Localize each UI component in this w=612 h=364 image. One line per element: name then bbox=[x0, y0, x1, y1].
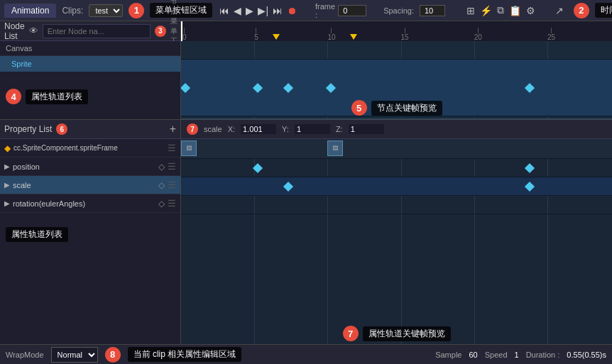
diamond-marker-24 bbox=[525, 82, 535, 92]
ruler-tick-25: 25 bbox=[547, 28, 555, 41]
eye-icon[interactable]: 👁 bbox=[29, 26, 38, 36]
prop-item-spriteframe[interactable]: ◆ cc.SpriteComponent.spriteFrame ☰ bbox=[0, 139, 180, 158]
sample-value: 60 bbox=[469, 351, 477, 359]
right-panel: 0 5 10 15 20 25 bbox=[181, 21, 612, 344]
copy-icon[interactable]: ⧉ bbox=[496, 3, 506, 18]
arrow-icon-position: ▶ bbox=[4, 162, 10, 170]
add-property-icon[interactable]: + bbox=[170, 123, 176, 136]
animation-tab[interactable]: Animation bbox=[4, 4, 56, 18]
node-search-input[interactable] bbox=[43, 24, 151, 38]
scale-val-label: scale bbox=[204, 125, 222, 133]
diamond-empty-scale: ◇ bbox=[158, 180, 165, 190]
ruler-bg: 0 5 10 15 20 25 bbox=[181, 21, 612, 41]
node-group-canvas: Canvas bbox=[0, 41, 180, 56]
step-back-button[interactable]: ◀ bbox=[232, 5, 243, 16]
timeline-ruler-header: 0 5 10 15 20 25 bbox=[181, 21, 612, 41]
ruler-tick-10: 10 bbox=[327, 28, 335, 41]
grid-icon[interactable]: ⊞ bbox=[465, 4, 476, 18]
timeline-ruler: 0 5 10 15 20 25 bbox=[181, 21, 612, 41]
property-list-header: Property List 6 + bbox=[0, 119, 180, 139]
prop-lines-position: ☰ bbox=[168, 161, 176, 172]
prop-name-scale: scale bbox=[13, 181, 155, 189]
prop-lines-icon: ☰ bbox=[168, 143, 176, 153]
right-icons: ⊞ ⚡ ⧉ 📋 ⚙ bbox=[465, 3, 537, 18]
prop-item-scale[interactable]: ▶ scale ◇ ☰ bbox=[0, 176, 180, 194]
paste-icon[interactable]: 📋 bbox=[508, 4, 523, 18]
diamond-empty-position: ◇ bbox=[158, 162, 165, 172]
y-label: Y: bbox=[282, 125, 289, 133]
settings-icon[interactable]: ⚙ bbox=[525, 4, 537, 18]
annotation-7: 7 bbox=[343, 326, 359, 341]
spacing-input[interactable] bbox=[420, 5, 445, 16]
diamond-marker-7 bbox=[283, 82, 293, 92]
left-panel: Node List 👁 3 节点菜单工具栏 Canvas Sprite 4 属性… bbox=[0, 21, 181, 344]
ruler-tick-5: 5 bbox=[254, 28, 258, 41]
play-button[interactable]: ▶ bbox=[244, 5, 255, 16]
annotation-4: 4 bbox=[6, 89, 21, 104]
prop-lines-scale: ☰ bbox=[168, 180, 176, 190]
node-tree: Canvas Sprite 4 属性轨道列表 bbox=[0, 41, 180, 119]
pkf-rotation-row bbox=[181, 196, 612, 214]
annotation-2: 2 bbox=[574, 3, 589, 18]
playback-controls: ⏮ ◀ ▶ ▶| ⏭ ⏺ bbox=[218, 5, 298, 16]
expand-icon[interactable]: ↗ bbox=[554, 4, 565, 18]
annotation-3: 3 bbox=[155, 26, 166, 37]
z-value-input[interactable] bbox=[349, 124, 384, 134]
prop-name-position: position bbox=[13, 162, 155, 171]
step-forward-button[interactable]: ▶| bbox=[256, 5, 270, 16]
menu-label: 菜单按钮区域 bbox=[150, 3, 212, 18]
x-label: X: bbox=[228, 125, 235, 133]
pos-diamond-2 bbox=[525, 162, 535, 172]
y-value-input[interactable] bbox=[295, 124, 330, 134]
skip-back-button[interactable]: ⏮ bbox=[218, 5, 231, 16]
sprite-kf-2: 🖼 bbox=[327, 140, 343, 156]
clips-select[interactable]: test bbox=[89, 4, 123, 17]
scale-diamond-2 bbox=[525, 181, 535, 191]
node-keyframe-label: 节点关键帧预览 bbox=[371, 101, 442, 116]
prop-track-label: 属性轨道列表 bbox=[6, 227, 68, 242]
prop-item-rotation[interactable]: ▶ rotation(eulerAngles) ◇ ☰ bbox=[0, 194, 180, 213]
timeline-cursor[interactable] bbox=[181, 21, 182, 41]
event-marker-2 bbox=[350, 34, 357, 40]
ruler-tick-15: 15 bbox=[401, 28, 409, 41]
ruler-tick-0: 0 bbox=[182, 28, 187, 41]
frame-label: frame : bbox=[315, 2, 335, 19]
node-list-label: 属性轨道列表 bbox=[26, 89, 88, 104]
prop-lines-rotation: ☰ bbox=[168, 198, 176, 209]
annotation-7-badge: 7 bbox=[187, 123, 198, 135]
arrow-icon-rotation: ▶ bbox=[4, 199, 10, 207]
diamond-icon-spriteframe: ◆ bbox=[4, 143, 11, 153]
property-tracks: ◆ cc.SpriteComponent.spriteFrame ☰ ▶ pos… bbox=[0, 139, 180, 344]
prop-name-rotation: rotation(eulerAngles) bbox=[13, 199, 155, 208]
frame-input[interactable] bbox=[338, 5, 366, 16]
clips-label: Clips: bbox=[62, 6, 83, 16]
prop-item-position[interactable]: ▶ position ◇ ☰ bbox=[0, 158, 180, 176]
property-list-title: Property List bbox=[4, 124, 52, 134]
nkf-canvas-row bbox=[181, 41, 612, 60]
wrapmode-select[interactable]: Normal bbox=[51, 347, 98, 363]
bottom-bar: WrapMode Normal 8 当前 clip 相关属性编辑区域 Sampl… bbox=[0, 344, 612, 364]
duration-value: 0.55(0.55)s bbox=[567, 351, 606, 359]
duration-label: Duration : bbox=[526, 351, 560, 359]
node-keyframes-area: 5 节点关键帧预览 bbox=[181, 41, 612, 119]
record-button[interactable]: ⏺ bbox=[285, 5, 298, 16]
pos-diamond-1 bbox=[253, 162, 263, 172]
diamond-marker-10 bbox=[326, 82, 336, 92]
annotation-8: 8 bbox=[105, 347, 121, 363]
current-clip-label: 当前 clip 相关属性编辑区域 bbox=[128, 347, 242, 362]
skip-forward-button[interactable]: ⏭ bbox=[271, 5, 284, 16]
pkf-spriteframe-row: 🖼 🖼 bbox=[181, 139, 612, 159]
prop-name-spriteframe: cc.SpriteComponent.spriteFrame bbox=[13, 144, 165, 152]
sprite-kf-1: 🖼 bbox=[181, 140, 197, 156]
ruler-tick-20: 20 bbox=[474, 28, 482, 41]
speed-label: Speed bbox=[485, 351, 508, 359]
prop-keyframe-label: 属性轨道关键帧预览 bbox=[363, 326, 451, 341]
event-marker-1 bbox=[273, 34, 280, 40]
top-header: Animation Clips: test 1 菜单按钮区域 ⏮ ◀ ▶ ▶| … bbox=[0, 0, 612, 21]
bolt-icon[interactable]: ⚡ bbox=[479, 4, 493, 18]
node-item-sprite[interactable]: Sprite bbox=[0, 56, 180, 72]
x-value-input[interactable] bbox=[241, 124, 276, 134]
pkf-position-row bbox=[181, 159, 612, 177]
pkf-scale-row bbox=[181, 177, 612, 196]
z-label: Z: bbox=[336, 125, 343, 133]
